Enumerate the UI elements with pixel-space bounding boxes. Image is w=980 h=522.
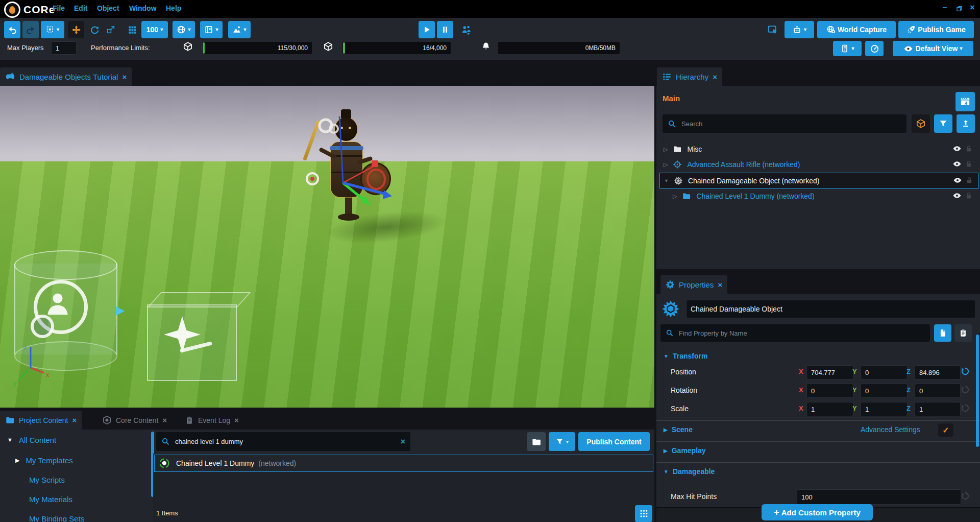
move-tool-button[interactable]	[68, 21, 84, 38]
scale-tool-button[interactable]	[103, 21, 118, 38]
tab-project-content[interactable]: Project Content ×	[0, 411, 82, 430]
rotation-y-input[interactable]: 0	[861, 384, 908, 398]
reset-max-hit-points-button[interactable]	[961, 491, 970, 503]
lock-icon[interactable]	[965, 160, 973, 170]
scale-z-input[interactable]: 1	[915, 402, 961, 416]
add-custom-property-button[interactable]: + Add Custom Property	[762, 504, 873, 520]
publish-content-button[interactable]: Publish Content	[578, 432, 650, 451]
content-tree-my-binding-sets[interactable]: My Binding Sets	[0, 512, 148, 522]
snap-size-dropdown[interactable]: 100▾	[141, 21, 168, 38]
multiplayer-preview-button[interactable]	[458, 21, 474, 38]
clear-search-icon[interactable]: ×	[401, 437, 405, 446]
content-tree-my-scripts[interactable]: My Scripts	[0, 473, 148, 486]
lock-icon[interactable]	[965, 176, 973, 186]
performance-gauge-button[interactable]	[865, 41, 884, 56]
screenshot-dropdown[interactable]: ▾	[200, 21, 223, 38]
redo-button[interactable]	[22, 21, 39, 38]
hierarchy-export-button[interactable]	[957, 114, 975, 133]
copy-properties-button[interactable]	[934, 324, 951, 342]
reset-position-button[interactable]	[961, 367, 970, 378]
visibility-icon[interactable]	[953, 176, 962, 186]
tab-event-log[interactable]: Event Log ×	[180, 411, 244, 430]
hierarchy-row-rifle[interactable]: ▷ Advanced Assault Rifle (networked)	[659, 157, 978, 172]
grid-view-button[interactable]	[635, 505, 652, 522]
close-properties-tab-icon[interactable]: ×	[718, 280, 722, 289]
position-z-input[interactable]: 84.896	[915, 365, 961, 379]
viewport-scene[interactable]: z y x	[0, 86, 654, 408]
hierarchy-search[interactable]	[663, 114, 906, 133]
select-tool-dropdown[interactable]: ▾	[41, 21, 64, 38]
content-tree-my-templates[interactable]: ▶ My Templates	[0, 454, 148, 466]
tab-viewport[interactable]: Damageable Objects Tutorial ×	[0, 67, 132, 86]
expander-icon[interactable]: ▷	[664, 146, 668, 153]
tab-hierarchy[interactable]: Hierarchy ×	[657, 67, 722, 86]
hierarchy-row-damageable-selected[interactable]: ▼ Chained Damageable Object (networked)	[659, 173, 979, 189]
lock-icon[interactable]	[965, 145, 973, 154]
section-scene[interactable]: ▶Scene	[664, 425, 693, 434]
expander-icon[interactable]: ▼	[664, 178, 669, 183]
section-transform[interactable]: ▼Transform	[664, 352, 707, 360]
find-property-input[interactable]	[678, 329, 925, 338]
minimize-button[interactable]: –	[939, 3, 950, 12]
default-view-dropdown[interactable]: Default View▾	[893, 41, 973, 56]
rotate-tool-button[interactable]	[87, 21, 102, 38]
hierarchy-row-dummy[interactable]: ▷ Chained Level 1 Dummy (networked)	[659, 189, 978, 203]
tab-core-content[interactable]: Core Content ×	[97, 411, 172, 430]
reset-rotation-button[interactable]	[961, 385, 970, 396]
grid-snap-button[interactable]	[125, 21, 140, 38]
rotation-x-input[interactable]: 0	[806, 384, 853, 398]
properties-scrollbar[interactable]	[976, 335, 979, 447]
paste-properties-button[interactable]	[954, 324, 972, 342]
browse-folder-button[interactable]	[527, 432, 546, 451]
rotation-z-input[interactable]: 0	[915, 384, 961, 398]
scene-settings-button[interactable]	[955, 92, 975, 111]
close-core-content-tab-icon[interactable]: ×	[162, 416, 167, 424]
content-search[interactable]: ×	[156, 432, 410, 451]
publish-game-button[interactable]: Publish Game	[898, 21, 974, 38]
menu-object[interactable]: Object	[97, 4, 119, 12]
expander-icon[interactable]: ▷	[673, 193, 677, 200]
menu-file[interactable]: File	[53, 4, 65, 12]
detach-window-button[interactable]	[765, 21, 780, 38]
close-viewport-tab-icon[interactable]: ×	[122, 73, 127, 81]
transform-gizmo[interactable]	[276, 116, 419, 249]
max-hit-points-input[interactable]: 100	[797, 489, 961, 505]
menu-help[interactable]: Help	[166, 4, 181, 12]
undo-button[interactable]	[4, 21, 20, 38]
world-capture-button[interactable]: World Capture	[817, 21, 896, 38]
lock-icon[interactable]	[965, 192, 973, 201]
menu-edit[interactable]: Edit	[74, 4, 87, 12]
advanced-settings-link[interactable]: Advanced Settings	[861, 425, 920, 434]
play-button[interactable]	[419, 21, 435, 38]
position-y-input[interactable]: 0	[861, 365, 908, 379]
close-button[interactable]: ×	[967, 3, 978, 12]
content-tree-my-materials[interactable]: My Materials	[0, 493, 148, 505]
find-property[interactable]	[660, 324, 930, 342]
scale-x-input[interactable]: 1	[806, 402, 853, 416]
menu-window[interactable]: Window	[129, 4, 157, 12]
content-filter-dropdown[interactable]: ▾	[549, 432, 575, 451]
hierarchy-filter-button[interactable]	[934, 114, 952, 133]
section-damageable[interactable]: ▼Damageable	[664, 467, 715, 476]
position-x-input[interactable]: 704.777	[806, 365, 853, 379]
tab-properties[interactable]: Properties ×	[660, 275, 727, 294]
hierarchy-search-input[interactable]	[680, 120, 901, 128]
scale-y-input[interactable]: 1	[861, 402, 908, 416]
asset-view-button[interactable]	[912, 114, 930, 133]
visibility-icon[interactable]	[952, 191, 962, 202]
content-search-input[interactable]	[174, 437, 397, 446]
content-tree-all-content[interactable]: ▼ All Content	[0, 434, 148, 446]
bot-dropdown[interactable]: ▾	[785, 21, 814, 38]
close-event-log-tab-icon[interactable]: ×	[234, 416, 239, 424]
visibility-icon[interactable]	[952, 144, 962, 155]
reset-scale-button[interactable]	[961, 404, 970, 415]
restore-button[interactable]	[953, 5, 965, 14]
advanced-settings-toggle[interactable]: ✓	[938, 423, 953, 437]
close-project-content-tab-icon[interactable]: ×	[72, 416, 77, 424]
max-players-input[interactable]: 1	[51, 41, 77, 55]
pause-button[interactable]	[437, 21, 453, 38]
visibility-icon[interactable]	[952, 159, 962, 170]
close-hierarchy-tab-icon[interactable]: ×	[713, 73, 717, 81]
expander-icon[interactable]: ▷	[664, 161, 668, 168]
world-mode-dropdown[interactable]: ▾	[173, 21, 195, 38]
